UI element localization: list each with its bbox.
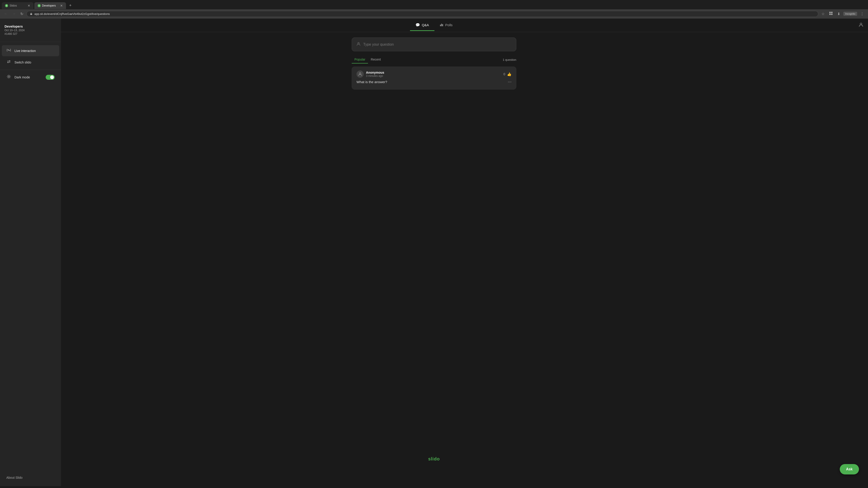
tab-title-developers: Developers: [42, 4, 59, 7]
browser-chrome: S Slidos ✕ S Developers ✕ + ← → ↻ app.sl…: [0, 0, 868, 19]
switch-slido-icon: [6, 59, 11, 65]
vote-count: 0: [503, 72, 505, 76]
question-text: What is the answer?: [356, 80, 387, 84]
svg-point-11: [358, 42, 360, 44]
question-input-placeholder: Type your question: [363, 42, 394, 46]
svg-point-8: [860, 23, 862, 25]
more-menu-button[interactable]: ⋮: [859, 11, 865, 17]
extensions-icon: [829, 11, 833, 15]
sidebar-event-date: Oct 10–13, 2024: [4, 29, 57, 32]
header-tabs: 💬 Q&A Polls: [410, 20, 458, 31]
user-input-icon: [356, 42, 361, 46]
svg-rect-2: [831, 12, 833, 13]
tab-developers[interactable]: S Developers ✕: [34, 2, 66, 9]
footer-line1: Login as host - Present mode: [4, 465, 864, 469]
sidebar-event-name: Developers: [4, 24, 57, 28]
tab-slidos[interactable]: S Slidos ✕: [2, 2, 33, 9]
back-button[interactable]: ←: [3, 11, 9, 17]
svg-point-10: [8, 76, 9, 77]
author-time: 3 minutes ago: [366, 74, 384, 77]
sidebar-about-link[interactable]: About Slido: [2, 473, 59, 482]
author-name: Anonymous: [366, 71, 384, 74]
download-button[interactable]: ⬇: [836, 11, 842, 17]
sidebar-event-code: #1480 327: [4, 32, 57, 35]
toggle-thumb: [50, 75, 54, 79]
qa-tab-icon: 💬: [415, 23, 420, 27]
content-wrapper: Type your question Popular Recent 1 ques…: [348, 37, 520, 90]
sidebar-item-switch-slido[interactable]: Switch slido: [2, 57, 59, 68]
settings-icon-svg: [6, 74, 11, 79]
ask-fab-button[interactable]: Ask: [840, 464, 859, 475]
tab-favicon-developers: S: [37, 4, 41, 7]
switch-slido-svg: [6, 59, 11, 64]
sidebar-divider-1: [0, 42, 61, 42]
svg-rect-1: [829, 12, 831, 13]
qa-tab-label: Q&A: [422, 23, 429, 27]
tab-bar: S Slidos ✕ S Developers ✕ +: [0, 0, 868, 9]
svg-rect-7: [442, 24, 443, 26]
lock-icon: [30, 12, 33, 15]
svg-rect-3: [829, 13, 831, 15]
sidebar-item-live-interaction[interactable]: Live interaction: [2, 45, 59, 56]
filter-tab-popular[interactable]: Popular: [352, 56, 368, 64]
svg-point-9: [8, 50, 9, 51]
sidebar-drawer: Developers Oct 10–13, 2024 #1480 327 Liv…: [0, 19, 61, 486]
footer-line4: © 2012–2024 slido · 58.18.1: [4, 478, 864, 483]
author-avatar: [356, 70, 364, 78]
filter-row: Popular Recent 1 question: [352, 56, 516, 64]
slido-logo: slido: [4, 455, 864, 463]
dark-mode-label: Dark mode: [14, 75, 30, 79]
main-content: Type your question Popular Recent 1 ques…: [0, 32, 868, 451]
extensions-button[interactable]: [828, 11, 834, 17]
nav-actions: ☆ ⬇ Incognito ⋮: [820, 11, 865, 17]
polls-tab-icon: [440, 23, 443, 27]
bookmark-button[interactable]: ☆: [820, 11, 826, 17]
sidebar-item-label-live-interaction: Live interaction: [14, 49, 36, 53]
sidebar-item-dark-mode[interactable]: Dark mode: [2, 72, 59, 83]
tab-title-slidos: Slidos: [9, 4, 26, 7]
live-interaction-icon: [6, 48, 11, 54]
footer-line3: Cookie Settings: [4, 474, 864, 478]
svg-rect-5: [440, 25, 441, 26]
author-info: Anonymous 3 minutes ago: [366, 71, 384, 77]
footer-line2: Acceptable Use - Slido Privacy: [4, 469, 864, 474]
svg-rect-0: [30, 13, 32, 15]
tab-polls[interactable]: Polls: [434, 20, 458, 31]
incognito-badge: Incognito: [843, 12, 857, 16]
question-author-row: Anonymous 3 minutes ago 0 👍: [356, 70, 512, 78]
dark-mode-icon: [6, 74, 11, 80]
app-header: ☰ Developers 💬 Q&A Polls: [0, 19, 868, 32]
bar-chart-icon: [440, 23, 443, 26]
app-container: ☰ Developers 💬 Q&A Polls: [0, 19, 868, 486]
question-input-box[interactable]: Type your question: [352, 37, 516, 51]
question-card: Anonymous 3 minutes ago 0 👍 What is the …: [352, 67, 516, 90]
sidebar-menu: Live interaction Switch slido: [0, 44, 61, 473]
tab-qa[interactable]: 💬 Q&A: [410, 20, 434, 31]
nav-bar: ← → ↻ app.sli.do/event/dCnjRveGaeVb49ut2…: [0, 9, 868, 18]
refresh-button[interactable]: ↻: [19, 11, 25, 17]
user-profile-button[interactable]: [859, 22, 864, 29]
dark-mode-toggle[interactable]: [46, 75, 55, 80]
user-icon: [859, 22, 864, 27]
question-actions: 0 👍: [503, 72, 512, 76]
question-input-user-icon: [356, 42, 361, 47]
question-count: 1 question: [503, 58, 516, 61]
forward-button[interactable]: →: [11, 11, 17, 17]
question-more-button[interactable]: ···: [508, 79, 512, 84]
live-interaction-svg: [6, 48, 11, 53]
svg-point-12: [360, 73, 361, 74]
filter-tab-recent[interactable]: Recent: [368, 56, 383, 64]
app-footer: slido Login as host - Present mode Accep…: [0, 451, 868, 486]
tab-close-developers[interactable]: ✕: [60, 4, 63, 7]
author-avatar-icon: [358, 72, 362, 76]
thumbs-up-button[interactable]: 👍: [507, 72, 512, 76]
sidebar-item-label-switch-slido: Switch slido: [14, 61, 31, 64]
address-bar[interactable]: app.sli.do/event/dCnjRveGaeVb49ut2zGgst/…: [26, 11, 818, 17]
new-tab-button[interactable]: +: [67, 2, 74, 9]
svg-rect-4: [831, 13, 833, 15]
url-text: app.sli.do/event/dCnjRveGaeVb49ut2zGgst/…: [34, 12, 815, 15]
sidebar-event-info: Developers Oct 10–13, 2024 #1480 327: [0, 22, 61, 40]
tab-close-slidos[interactable]: ✕: [28, 4, 30, 7]
polls-tab-label: Polls: [445, 23, 453, 27]
svg-rect-6: [441, 24, 442, 26]
